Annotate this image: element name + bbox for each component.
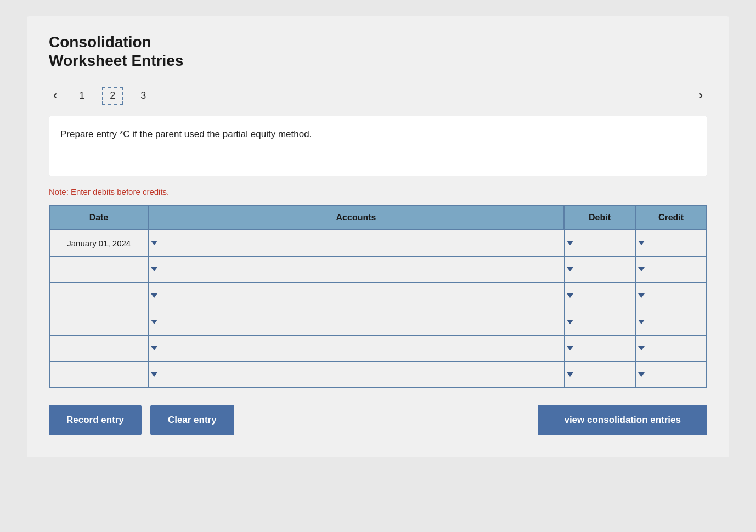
accounts-input-2[interactable] [149,257,564,282]
debit-cell-2[interactable] [564,256,635,282]
date-cell-3 [49,282,148,309]
credit-cell-4[interactable] [635,309,707,335]
col-header-accounts: Accounts [148,206,564,230]
credit-input-5[interactable] [636,336,707,361]
credit-dropdown-arrow-2[interactable] [638,267,645,271]
debit-cell-1[interactable] [564,230,635,256]
table-row [49,361,707,388]
note-text: Note: Enter debits before credits. [49,187,707,196]
debit-cell-3[interactable] [564,282,635,309]
accounts-cell-6[interactable] [148,361,564,388]
credit-input-4[interactable] [636,309,707,335]
debit-input-6[interactable] [565,362,635,388]
credit-cell-3[interactable] [635,282,707,309]
page-container: Consolidation Worksheet Entries ‹ 1 2 3 … [0,0,756,532]
journal-table: Date Accounts Debit Credit January 01, 2… [49,205,707,388]
credit-dropdown-arrow-1[interactable] [638,241,645,245]
next-arrow[interactable]: › [695,86,707,105]
accounts-dropdown-arrow-4[interactable] [151,320,157,324]
date-cell-6 [49,361,148,388]
col-header-date: Date [49,206,148,230]
accounts-dropdown-arrow-2[interactable] [151,267,157,271]
credit-input-2[interactable] [636,257,707,282]
date-cell-2 [49,256,148,282]
accounts-input-6[interactable] [149,362,564,388]
credit-cell-5[interactable] [635,335,707,361]
page-title: Consolidation Worksheet Entries [49,33,707,70]
accounts-cell-4[interactable] [148,309,564,335]
debit-dropdown-arrow-4[interactable] [567,320,573,324]
accounts-cell-3[interactable] [148,282,564,309]
accounts-input-5[interactable] [149,336,564,361]
debit-dropdown-arrow-6[interactable] [567,372,573,377]
debit-dropdown-arrow-1[interactable] [567,241,573,245]
credit-dropdown-arrow-4[interactable] [638,320,645,324]
date-cell-1: January 01, 2024 [49,230,148,256]
description-text: Prepare entry *C if the parent used the … [60,129,312,139]
table-row [49,335,707,361]
page-3[interactable]: 3 [136,88,150,104]
debit-cell-6[interactable] [564,361,635,388]
accounts-input-1[interactable] [149,230,564,256]
debit-dropdown-arrow-2[interactable] [567,267,573,271]
debit-input-3[interactable] [565,283,635,309]
credit-cell-1[interactable] [635,230,707,256]
accounts-cell-5[interactable] [148,335,564,361]
clear-entry-button[interactable]: Clear entry [150,405,234,435]
accounts-input-3[interactable] [149,283,564,309]
table-row [49,282,707,309]
debit-cell-5[interactable] [564,335,635,361]
table-row: January 01, 2024 [49,230,707,256]
prev-arrow[interactable]: ‹ [49,86,61,105]
accounts-dropdown-arrow-3[interactable] [151,293,157,298]
credit-input-3[interactable] [636,283,707,309]
debit-input-1[interactable] [565,230,635,256]
accounts-cell-2[interactable] [148,256,564,282]
credit-dropdown-arrow-5[interactable] [638,346,645,350]
debit-input-2[interactable] [565,257,635,282]
page-2[interactable]: 2 [102,87,123,105]
date-cell-5 [49,335,148,361]
buttons-row: Record entry Clear entry view consolidat… [49,405,707,435]
credit-dropdown-arrow-6[interactable] [638,372,645,377]
debit-dropdown-arrow-5[interactable] [567,346,573,350]
col-header-debit: Debit [564,206,635,230]
debit-dropdown-arrow-3[interactable] [567,293,573,298]
credit-input-1[interactable] [636,230,707,256]
table-row [49,256,707,282]
record-entry-button[interactable]: Record entry [49,405,142,435]
page-1[interactable]: 1 [75,88,89,104]
accounts-dropdown-arrow-6[interactable] [151,372,157,377]
view-consolidation-button[interactable]: view consolidation entries [538,405,707,435]
date-cell-4 [49,309,148,335]
credit-cell-2[interactable] [635,256,707,282]
debit-input-5[interactable] [565,336,635,361]
credit-input-6[interactable] [636,362,707,388]
inner-container: Consolidation Worksheet Entries ‹ 1 2 3 … [27,16,729,457]
pagination: ‹ 1 2 3 › [49,86,707,105]
col-header-credit: Credit [635,206,707,230]
credit-dropdown-arrow-3[interactable] [638,293,645,298]
table-row [49,309,707,335]
accounts-input-4[interactable] [149,309,564,335]
debit-input-4[interactable] [565,309,635,335]
description-box: Prepare entry *C if the parent used the … [49,116,707,176]
accounts-cell-1[interactable] [148,230,564,256]
accounts-dropdown-arrow-1[interactable] [151,241,157,245]
debit-cell-4[interactable] [564,309,635,335]
accounts-dropdown-arrow-5[interactable] [151,346,157,350]
credit-cell-6[interactable] [635,361,707,388]
